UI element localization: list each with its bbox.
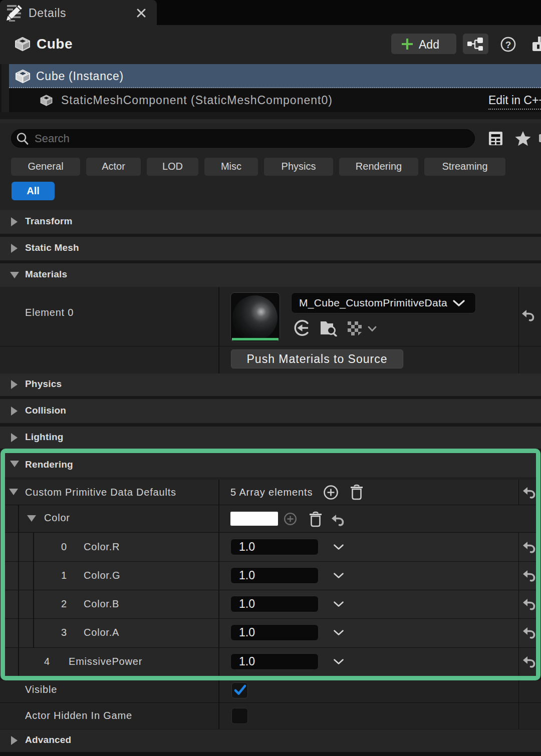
svg-text:?: ? [505,40,511,50]
